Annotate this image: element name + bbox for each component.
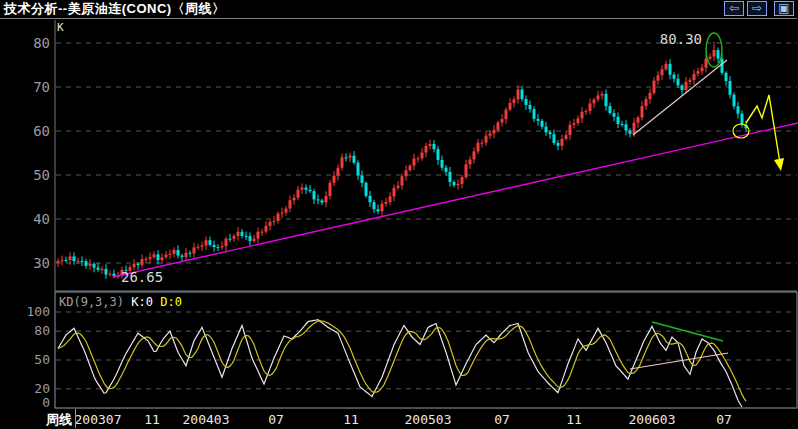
candle-body [653,81,656,93]
time-axis-tick-label: 200503 [405,412,452,427]
candle-body [249,236,252,241]
candle-body [737,106,740,113]
candle-body [133,264,136,267]
candle-body [669,64,672,75]
candle-body [493,130,496,134]
candle-body [505,110,508,119]
candle-body [289,200,292,208]
candle-body [605,94,608,106]
candle-body [697,71,700,74]
candle-body [645,99,648,106]
kd-axis-tick-label: 20 [34,381,50,396]
time-axis-row: 周线 200307112004030711200503071120060307 [0,409,798,428]
candle-body [593,100,596,104]
candle-body [665,64,668,69]
candle-body [309,190,312,191]
candle-body [261,232,264,233]
candle-body [233,236,236,239]
candle-body [293,198,296,201]
candle-body [453,182,456,185]
candle-body [585,111,588,112]
candle-body [457,184,460,185]
forward-arrow-icon[interactable]: ⇨ [747,1,767,16]
candle-body [213,245,216,247]
candle-body [373,202,376,209]
candle-body [569,125,572,135]
candle-body [273,221,276,222]
candle-body [209,240,212,245]
candle-body [197,247,200,248]
time-axis-tick-label: 07 [716,412,732,427]
candle-body [673,75,676,79]
price-axis-tick-label: 60 [33,123,50,139]
back-arrow-icon[interactable]: ⇦ [724,1,744,16]
kd-k-value: K:0 [131,295,153,309]
candle-body [397,186,400,188]
candle-body [81,261,84,262]
candle-body [525,99,528,105]
candle-body [317,199,320,200]
kd-axis-tick-label: 100 [27,304,50,319]
chart-canvas[interactable]: 3040506070800205080100 [0,0,798,429]
time-axis-tick-label: 200307 [75,412,122,427]
candle-body [473,151,476,159]
price-axis-tick-label: 50 [33,167,50,183]
time-axis-tick-label: 11 [144,412,160,427]
candle-body [581,112,584,119]
candle-body [341,157,344,167]
candle-body [441,160,444,168]
candle-body [169,254,172,255]
candle-body [313,191,316,199]
candle-body [417,158,420,159]
candle-body [421,153,424,159]
candle-body [369,196,372,202]
candle-body [277,213,280,220]
candle-body [61,260,64,261]
candle-body [93,264,96,268]
candle-body [333,176,336,183]
price-axis-tick-label: 40 [33,211,50,227]
candle-body [661,69,664,75]
candle-body [433,144,436,149]
candle-body [349,156,352,158]
candle-body [729,81,732,95]
candle-body [517,89,520,99]
candle-body [325,196,328,203]
candle-body [361,175,364,183]
window-icon[interactable]: ▣ [774,1,794,16]
candle-body [321,200,324,202]
candle-body [509,103,512,110]
candle-body [733,95,736,107]
candle-body [225,239,228,246]
candle-body [405,170,408,176]
candle-body [365,183,368,196]
candle-body [89,264,92,266]
candle-body [693,74,696,80]
candle-body [105,269,108,275]
candle-body [701,68,704,71]
price-axis-unit-label: K [57,21,64,34]
title-bar: 技术分析--美原油连(CONC)〈周线〉 ⇦ ⇨ ▣ [0,0,797,19]
candle-body [481,143,484,144]
candle-body [613,113,616,117]
app-window: 3040506070800205080100 技术分析--美原油连(CONC)〈… [0,0,798,429]
candle-body [477,143,480,152]
candle-body [577,118,580,123]
candle-body [181,256,184,257]
candle-body [461,177,464,184]
candle-body [681,85,684,90]
peak-price-label: 80.30 [660,31,702,47]
window-title: 技术分析--美原油连(CONC)〈周线〉 [0,0,226,18]
candle-body [545,127,548,133]
candle-body [557,143,560,146]
candle-body [549,132,552,134]
candle-body [541,121,544,127]
candle-body [633,123,636,134]
candle-body [269,222,272,226]
candle-body [241,232,244,236]
candle-body [437,149,440,160]
kd-axis-tick-label: 50 [34,352,50,367]
kd-d-value: D:0 [160,295,182,309]
time-axis-tick-label: 11 [566,412,582,427]
candle-body [245,236,248,237]
